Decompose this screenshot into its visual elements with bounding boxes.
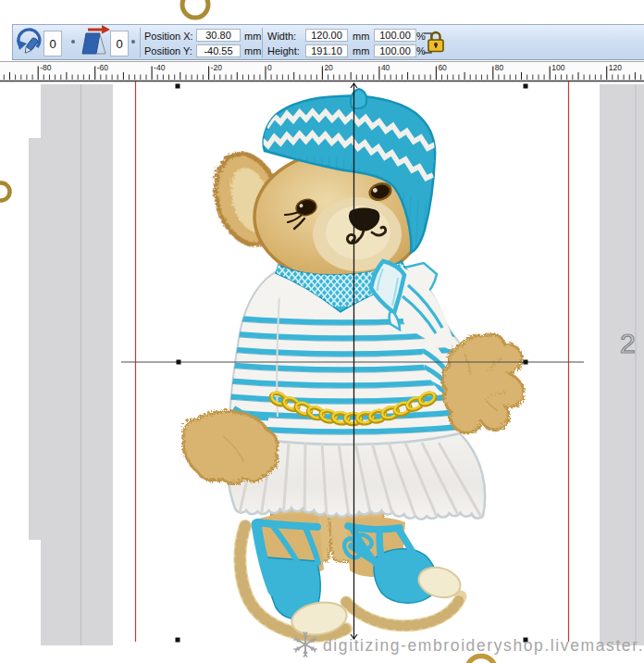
svg-text:-40: -40 [154,63,166,72]
svg-text:120: 120 [609,63,622,72]
svg-text:60: 60 [438,63,447,72]
svg-text:0: 0 [267,63,272,72]
svg-text:20: 20 [324,63,333,72]
svg-text:40: 40 [381,63,390,72]
svg-text:2: 2 [620,328,636,358]
svg-text:100: 100 [551,63,564,72]
svg-text:digitizing-embroideryshop.live: digitizing-embroideryshop.livemaster. [323,636,644,655]
svg-text:80: 80 [495,63,504,72]
svg-text:-20: -20 [211,63,223,72]
